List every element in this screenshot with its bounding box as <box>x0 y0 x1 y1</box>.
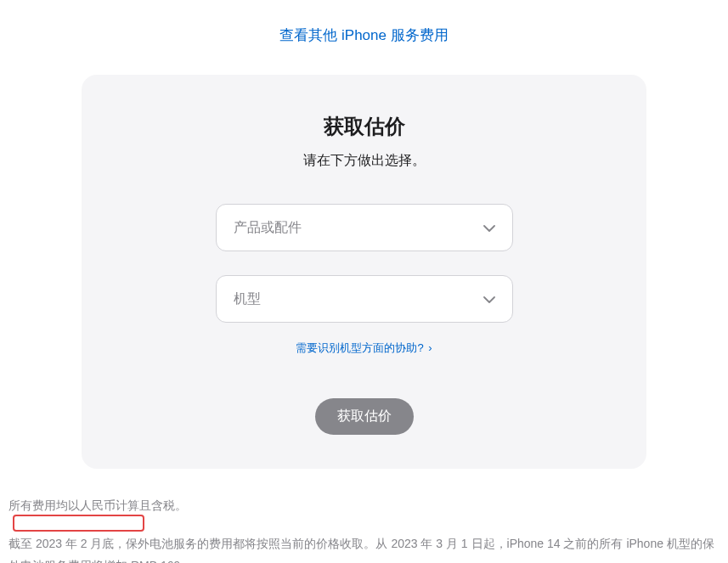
identify-model-help-link[interactable]: 需要识别机型方面的协助? › <box>296 341 432 354</box>
help-link-container: 需要识别机型方面的协助? › <box>116 340 612 356</box>
chevron-down-icon <box>483 291 495 307</box>
note-line-1: 所有费用均以人民币计算且含税。 <box>8 494 720 517</box>
top-link-container: 查看其他 iPhone 服务费用 <box>0 0 728 62</box>
model-select-placeholder: 机型 <box>234 290 483 308</box>
chevron-down-icon <box>483 220 495 235</box>
product-select[interactable]: 产品或配件 <box>216 204 513 251</box>
footer-notes: 所有费用均以人民币计算且含税。 截至 2023 年 2 月底，保外电池服务的费用… <box>0 469 728 563</box>
chevron-right-icon: › <box>426 341 432 354</box>
note-line-2: 截至 2023 年 2 月底，保外电池服务的费用都将按照当前的价格收取。从 20… <box>8 532 720 563</box>
model-select[interactable]: 机型 <box>216 275 513 323</box>
help-link-label: 需要识别机型方面的协助? <box>296 341 423 354</box>
estimate-card: 获取估价 请在下方做出选择。 产品或配件 机型 需要识别机型方面的协助? › 获… <box>82 75 646 469</box>
see-other-services-link[interactable]: 查看其他 iPhone 服务费用 <box>279 27 448 43</box>
get-estimate-button[interactable]: 获取估价 <box>315 398 414 435</box>
product-select-placeholder: 产品或配件 <box>234 219 483 237</box>
card-subtitle: 请在下方做出选择。 <box>116 152 612 170</box>
card-title: 获取估价 <box>116 113 612 140</box>
